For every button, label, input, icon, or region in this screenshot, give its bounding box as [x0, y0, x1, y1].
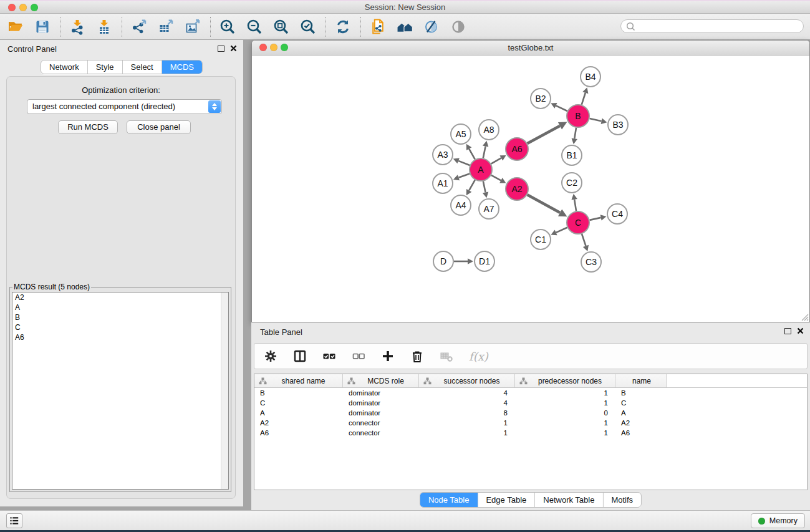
node-C2[interactable]: C2 [562, 173, 582, 193]
edge-A2-C[interactable] [528, 195, 567, 216]
table-cell[interactable]: A [254, 409, 343, 417]
edge-A-A7[interactable] [483, 181, 488, 198]
table-cell[interactable]: A [615, 409, 667, 417]
column-visibility-button[interactable] [293, 349, 307, 363]
table-cell[interactable]: connector [343, 429, 419, 437]
edge-C-C2[interactable] [571, 194, 577, 211]
node-A6[interactable]: A6 [506, 138, 528, 160]
function-builder-button[interactable]: f(x) [469, 350, 488, 363]
deselect-all-rows-button[interactable] [352, 349, 365, 363]
open-session-button[interactable] [5, 15, 26, 39]
criterion-dropdown[interactable]: largest connected component (directed) [27, 99, 222, 114]
memory-button[interactable]: Memory [751, 513, 805, 528]
network-from-selection-button[interactable] [367, 15, 388, 39]
table-cell[interactable]: 0 [515, 409, 615, 417]
network-minimize-traffic-light[interactable] [270, 44, 277, 51]
result-list-item[interactable]: C [12, 322, 228, 332]
float-panel-icon[interactable] [218, 46, 224, 52]
export-network-button[interactable] [128, 15, 150, 39]
edge-D-D1[interactable] [454, 258, 473, 264]
run-mcds-button[interactable]: Run MCDS [58, 120, 118, 134]
export-image-button[interactable] [182, 15, 203, 39]
node-C4[interactable]: C4 [607, 204, 627, 224]
edge-A-A6[interactable] [491, 155, 506, 164]
node-C3[interactable]: C3 [581, 252, 601, 272]
edge-A6-B[interactable] [528, 122, 567, 143]
result-list-item[interactable]: A [12, 302, 228, 312]
result-list-item[interactable]: B [12, 312, 228, 322]
zoom-window-traffic-light[interactable] [31, 4, 38, 11]
edge-A-A3[interactable] [453, 158, 470, 165]
table-cell[interactable]: 1 [515, 419, 615, 427]
tab-network[interactable]: Network [41, 60, 88, 74]
node-A2[interactable]: A2 [506, 178, 528, 200]
edge-A-A2[interactable] [491, 175, 506, 183]
table-cell[interactable]: dominator [343, 409, 419, 417]
table-cell[interactable]: A2 [615, 419, 667, 427]
home-button[interactable] [394, 15, 415, 39]
node-A1[interactable]: A1 [433, 173, 453, 193]
tab-node-table[interactable]: Node Table [420, 493, 478, 507]
search-field[interactable] [620, 19, 804, 33]
import-table-button[interactable] [94, 15, 115, 39]
edge-A-A1[interactable] [453, 173, 470, 180]
close-window-traffic-light[interactable] [8, 4, 16, 11]
node-D[interactable]: D [433, 251, 453, 271]
network-canvas[interactable]: B4B2BB3A8A5A6A3B1AA1C2A2A4A7C4CC1C3DD1 [252, 56, 809, 322]
node-B4[interactable]: B4 [581, 67, 600, 87]
tab-select[interactable]: Select [123, 60, 162, 74]
edge-A-A5[interactable] [466, 144, 475, 160]
zoom-in-button[interactable] [217, 15, 238, 39]
select-all-rows-button[interactable] [322, 349, 336, 363]
edge-B-B4[interactable] [582, 87, 589, 105]
table-options-button[interactable] [264, 349, 277, 363]
table-cell[interactable]: A6 [615, 429, 667, 437]
column-header-predecessor-nodes[interactable]: predecessor nodes [515, 374, 615, 387]
tab-mcds[interactable]: MCDS [162, 60, 202, 74]
edge-C-C4[interactable] [590, 215, 607, 220]
edge-B-B2[interactable] [551, 103, 567, 111]
table-cell[interactable]: 1 [419, 429, 515, 437]
edge-B-B1[interactable] [571, 128, 577, 144]
network-zoom-traffic-light[interactable] [281, 44, 288, 51]
result-list-item[interactable]: A2 [12, 293, 228, 302]
table-row[interactable]: Bdominator41B [254, 388, 807, 398]
edge-A-A8[interactable] [483, 141, 488, 158]
node-B2[interactable]: B2 [531, 89, 551, 109]
node-A3[interactable]: A3 [433, 145, 453, 165]
birds-eye-view-button[interactable] [448, 15, 469, 39]
table-cell[interactable]: 1 [515, 429, 615, 437]
toggle-graphics-details-button[interactable] [421, 15, 442, 39]
network-window-titlebar[interactable]: testGlobe.txt [252, 41, 809, 56]
close-panel-button[interactable]: Close panel [127, 120, 191, 134]
column-header-shared-name[interactable]: shared name [254, 374, 343, 387]
zoom-out-button[interactable] [244, 15, 265, 39]
table-row[interactable]: Cdominator41C [254, 398, 807, 408]
table-cell[interactable]: dominator [343, 389, 419, 397]
table-cell[interactable]: C [615, 399, 667, 407]
save-session-button[interactable] [32, 15, 53, 39]
tab-style[interactable]: Style [88, 60, 123, 74]
node-table[interactable]: shared nameMCDS rolesuccessor nodesprede… [254, 374, 808, 490]
table-cell[interactable]: A2 [254, 419, 343, 427]
export-table-button[interactable] [155, 15, 176, 39]
delete-columns-button[interactable] [410, 349, 424, 363]
table-cell[interactable]: B [254, 389, 343, 397]
scrollbar-track[interactable] [221, 293, 228, 489]
edge-A-A4[interactable] [466, 180, 475, 196]
delete-table-button[interactable] [440, 349, 453, 363]
float-table-panel-icon[interactable] [784, 328, 791, 334]
add-column-button[interactable] [381, 349, 395, 363]
edge-B-B3[interactable] [590, 118, 607, 124]
table-cell[interactable]: B [615, 389, 667, 397]
search-input[interactable] [635, 21, 803, 31]
table-row[interactable]: A2connector11A2 [254, 418, 807, 428]
close-table-panel-icon[interactable] [797, 327, 804, 334]
zoom-fit-button[interactable] [271, 15, 292, 39]
network-close-traffic-light[interactable] [259, 44, 267, 51]
column-header-successor-nodes[interactable]: successor nodes [419, 374, 515, 387]
table-cell[interactable]: 4 [419, 399, 515, 407]
node-B1[interactable]: B1 [562, 145, 582, 165]
tab-motifs[interactable]: Motifs [603, 493, 641, 507]
table-cell[interactable]: dominator [343, 399, 419, 407]
